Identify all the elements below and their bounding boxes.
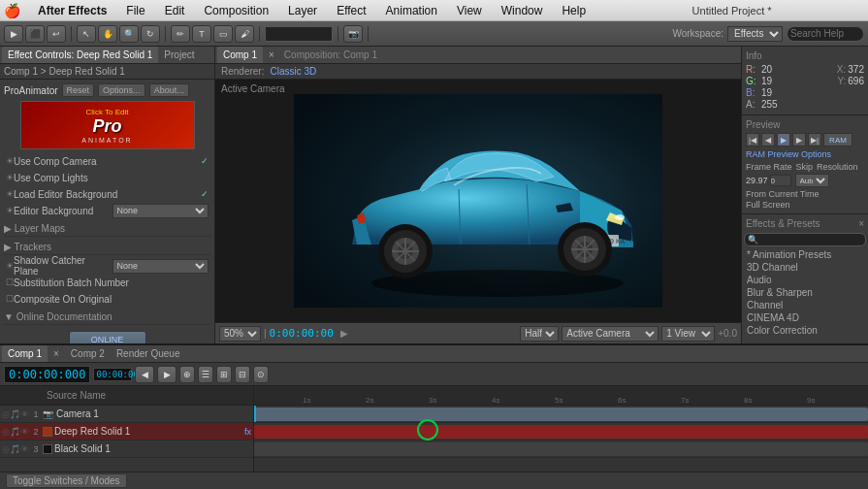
timeline-tab-close1[interactable]: ×: [48, 345, 65, 362]
menu-file[interactable]: File: [120, 0, 150, 20]
effect-options-btn[interactable]: Options...: [98, 83, 145, 97]
timeline-btn-5[interactable]: ⊞: [216, 366, 232, 383]
toolbar-btn-3[interactable]: ↩: [47, 25, 66, 43]
toolbar-hand[interactable]: ✋: [98, 25, 117, 43]
track-bar-black: [254, 442, 868, 456]
mode-bar: Toggle Switches / Modes: [0, 472, 868, 489]
toolbar-search[interactable]: [265, 26, 333, 42]
category-audio[interactable]: Audio: [744, 274, 866, 286]
preview-play-stop[interactable]: ▶: [777, 133, 790, 147]
toolbar-text[interactable]: T: [192, 25, 211, 43]
tab-project[interactable]: Project: [158, 47, 200, 63]
tick-6s: 6s: [618, 396, 626, 405]
timeline-tab-comp2[interactable]: Comp 2: [65, 345, 111, 362]
timeline-btn-7[interactable]: ⊙: [253, 366, 269, 383]
option-load-editor-bg[interactable]: ☀ Load Editor Background ✓: [4, 186, 210, 202]
layer-row-black[interactable]: ◎ 🎵 👁 3 Black Solid 1: [0, 440, 253, 458]
option-composite-original[interactable]: ☐ Composite On Original: [4, 291, 210, 307]
menu-help[interactable]: Help: [556, 0, 592, 20]
menu-effect[interactable]: Effect: [331, 0, 371, 20]
toolbar-rotate[interactable]: ↻: [141, 25, 160, 43]
skip-input[interactable]: [770, 175, 791, 186]
menu-animation[interactable]: Animation: [380, 0, 443, 20]
shadow-catcher-select[interactable]: None: [113, 259, 209, 274]
g-label: G:: [746, 76, 757, 86]
menu-window[interactable]: Window: [496, 0, 549, 20]
effect-about-btn[interactable]: About...: [149, 83, 189, 97]
toolbar-btn-1[interactable]: ▶: [4, 25, 23, 43]
col-source-name: Source Name: [47, 390, 106, 401]
option-use-comp-camera[interactable]: ☀ Use Comp Camera ✓: [4, 153, 210, 169]
timeline-btn-3[interactable]: ⊕: [179, 366, 195, 383]
timeline-btn-4[interactable]: ☰: [198, 366, 213, 383]
toolbar-sep-3: [259, 26, 260, 42]
pro-logo-text: Pro: [92, 116, 121, 137]
renderer-value[interactable]: Classic 3D: [270, 66, 316, 77]
preview-skip-forward[interactable]: ▶|: [808, 133, 821, 147]
effect-header: ProAnimator Reset Options... About...: [4, 83, 210, 97]
effects-search-input[interactable]: [744, 233, 866, 246]
toggle-switches-modes-btn[interactable]: Toggle Switches / Modes: [6, 473, 127, 488]
preview-step-back[interactable]: ◀: [761, 133, 775, 147]
category-cinema4d[interactable]: CINEMA 4D: [744, 311, 866, 324]
menu-composition[interactable]: Composition: [198, 0, 274, 20]
apple-menu[interactable]: 🍎: [4, 3, 20, 18]
layer-name-deep-red: Deep Red Solid 1: [54, 426, 242, 437]
use-comp-camera-check: ✓: [201, 156, 209, 166]
toolbar-btn-2[interactable]: ⬛: [25, 25, 45, 43]
timeline-tab-comp1[interactable]: Comp 1: [2, 345, 48, 362]
menu-edit[interactable]: Edit: [159, 0, 191, 20]
tab-effect-controls[interactable]: Effect Controls: Deep Red Solid 1: [2, 47, 158, 63]
option-substitution-batch[interactable]: ☐ Substitution Batch Number: [4, 275, 210, 290]
resolution-select[interactable]: Auto: [795, 174, 829, 187]
toolbar-brush[interactable]: 🖌: [235, 25, 254, 43]
preview-ram[interactable]: RAM: [823, 133, 852, 147]
timeline-btn-2[interactable]: ▶: [157, 366, 177, 383]
playhead[interactable]: [254, 406, 256, 422]
layer-num-1: 1: [29, 409, 43, 419]
composite-label: Composite On Original: [14, 294, 209, 305]
view-select[interactable]: Active Camera: [562, 326, 659, 342]
category-3d-channel[interactable]: 3D Channel: [744, 261, 866, 274]
layer-row-camera[interactable]: ◎ 🎵 👁 1 📷 Camera 1: [0, 406, 253, 423]
info-panel: Info R: 20 X: 372 G: 19 Y: 696 B: 19: [742, 47, 868, 115]
toolbar-shape[interactable]: ▭: [213, 25, 233, 43]
toolbar-select[interactable]: ↖: [77, 25, 96, 43]
tab-comp1[interactable]: Comp 1: [217, 47, 263, 63]
ram-preview-options[interactable]: RAM Preview Options: [746, 149, 864, 159]
category-blur-sharpen[interactable]: Blur & Sharpen: [744, 286, 866, 299]
zoom-select[interactable]: 50%: [219, 326, 261, 342]
menu-bar: 🍎 After Effects File Edit Composition La…: [0, 0, 868, 21]
editor-bg-select[interactable]: None: [113, 204, 209, 218]
timeline-tab-render[interactable]: Render Queue: [111, 345, 186, 362]
quality-select[interactable]: Half: [520, 326, 559, 342]
help-search[interactable]: [787, 26, 864, 42]
menu-layer[interactable]: Layer: [282, 0, 323, 20]
timeline-btn-6[interactable]: ⊟: [235, 366, 250, 383]
right-panel: Info R: 20 X: 372 G: 19 Y: 696 B: 19: [742, 47, 868, 343]
comp-toolbar: 50% | 0:00:00:00 ▶ Half Active Camera 1 …: [215, 322, 741, 343]
car-visualization: CF 789 KA: [294, 94, 662, 308]
toolbar-cam[interactable]: 📷: [343, 25, 363, 43]
effects-presets-close[interactable]: ×: [858, 218, 864, 229]
preview-skip-back[interactable]: |◀: [746, 133, 759, 147]
option-use-comp-lights[interactable]: ☀ Use Comp Lights: [4, 170, 210, 185]
category-color-correction[interactable]: Color Correction: [744, 324, 866, 337]
effect-reset-btn[interactable]: Reset: [62, 83, 95, 97]
category-animation-presets[interactable]: * Animation Presets: [744, 248, 866, 261]
menu-view[interactable]: View: [451, 0, 488, 20]
pro-animator-logo[interactable]: Click To Edit Pro ANIMATOR: [20, 101, 195, 149]
effects-presets-panel: Effects & Presets × * Animation Presets …: [742, 214, 868, 343]
toolbar-pen[interactable]: ✏: [171, 25, 190, 43]
views-select[interactable]: 1 View: [661, 326, 715, 342]
timeline-time-display: 0:00:00:000: [4, 366, 90, 383]
online-docs-btn[interactable]: ONLINE DOCS: [69, 331, 146, 343]
layer-row-deep-red[interactable]: ◎ 🎵 👁 2 Deep Red Solid 1 fx: [0, 423, 253, 440]
preview-step-forward[interactable]: ▶: [792, 133, 806, 147]
toolbar-zoom[interactable]: 🔍: [119, 25, 139, 43]
category-channel[interactable]: Channel: [744, 299, 866, 311]
timeline-btn-1[interactable]: ◀: [135, 366, 154, 383]
workspace-select[interactable]: Effects: [727, 26, 783, 42]
comp-viewport[interactable]: Active Camera: [215, 80, 741, 322]
tab-comp1-close[interactable]: ×: [263, 47, 280, 63]
